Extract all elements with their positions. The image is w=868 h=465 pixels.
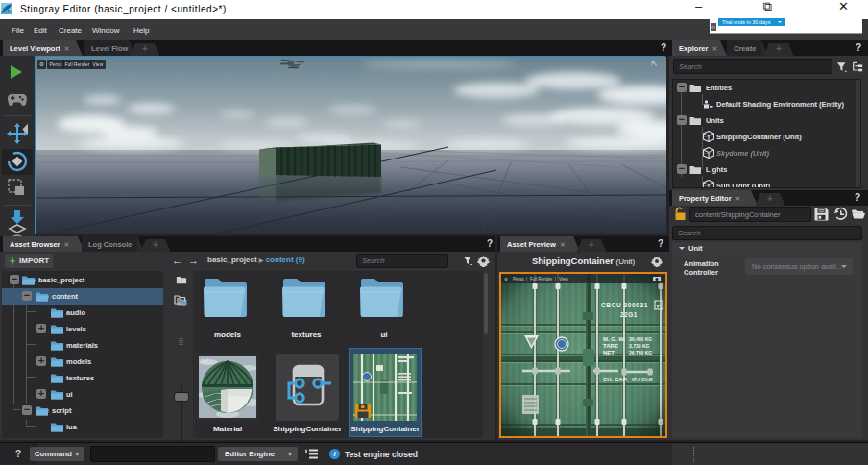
svg-text:Def...: Def...: [201, 358, 212, 364]
